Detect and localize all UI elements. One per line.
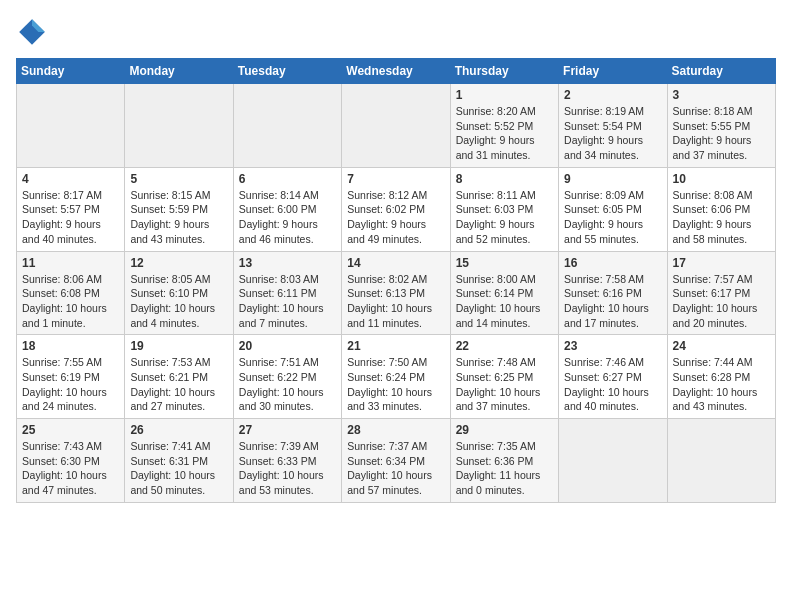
day-info: Sunrise: 8:08 AMSunset: 6:06 PMDaylight:… bbox=[673, 188, 770, 247]
calendar-cell bbox=[667, 419, 775, 503]
day-number: 14 bbox=[347, 256, 444, 270]
calendar-week-2: 4Sunrise: 8:17 AMSunset: 5:57 PMDaylight… bbox=[17, 167, 776, 251]
day-number: 8 bbox=[456, 172, 553, 186]
day-info: Sunrise: 7:58 AMSunset: 6:16 PMDaylight:… bbox=[564, 272, 661, 331]
day-info: Sunrise: 8:06 AMSunset: 6:08 PMDaylight:… bbox=[22, 272, 119, 331]
weekday-header-monday: Monday bbox=[125, 59, 233, 84]
day-number: 20 bbox=[239, 339, 336, 353]
day-number: 22 bbox=[456, 339, 553, 353]
day-info: Sunrise: 7:50 AMSunset: 6:24 PMDaylight:… bbox=[347, 355, 444, 414]
calendar-cell: 22Sunrise: 7:48 AMSunset: 6:25 PMDayligh… bbox=[450, 335, 558, 419]
calendar-cell: 6Sunrise: 8:14 AMSunset: 6:00 PMDaylight… bbox=[233, 167, 341, 251]
day-info: Sunrise: 7:37 AMSunset: 6:34 PMDaylight:… bbox=[347, 439, 444, 498]
weekday-header-sunday: Sunday bbox=[17, 59, 125, 84]
day-number: 19 bbox=[130, 339, 227, 353]
day-number: 5 bbox=[130, 172, 227, 186]
day-number: 29 bbox=[456, 423, 553, 437]
day-info: Sunrise: 7:46 AMSunset: 6:27 PMDaylight:… bbox=[564, 355, 661, 414]
calendar-header: SundayMondayTuesdayWednesdayThursdayFrid… bbox=[17, 59, 776, 84]
day-number: 17 bbox=[673, 256, 770, 270]
calendar-cell: 8Sunrise: 8:11 AMSunset: 6:03 PMDaylight… bbox=[450, 167, 558, 251]
day-info: Sunrise: 8:00 AMSunset: 6:14 PMDaylight:… bbox=[456, 272, 553, 331]
calendar-cell: 10Sunrise: 8:08 AMSunset: 6:06 PMDayligh… bbox=[667, 167, 775, 251]
day-number: 24 bbox=[673, 339, 770, 353]
weekday-header-wednesday: Wednesday bbox=[342, 59, 450, 84]
day-info: Sunrise: 8:20 AMSunset: 5:52 PMDaylight:… bbox=[456, 104, 553, 163]
day-number: 21 bbox=[347, 339, 444, 353]
calendar-cell: 23Sunrise: 7:46 AMSunset: 6:27 PMDayligh… bbox=[559, 335, 667, 419]
day-number: 28 bbox=[347, 423, 444, 437]
calendar-cell: 19Sunrise: 7:53 AMSunset: 6:21 PMDayligh… bbox=[125, 335, 233, 419]
calendar-cell bbox=[17, 84, 125, 168]
page-header bbox=[16, 16, 776, 48]
day-info: Sunrise: 8:19 AMSunset: 5:54 PMDaylight:… bbox=[564, 104, 661, 163]
calendar-cell: 24Sunrise: 7:44 AMSunset: 6:28 PMDayligh… bbox=[667, 335, 775, 419]
day-number: 2 bbox=[564, 88, 661, 102]
day-number: 10 bbox=[673, 172, 770, 186]
day-number: 1 bbox=[456, 88, 553, 102]
calendar-cell: 9Sunrise: 8:09 AMSunset: 6:05 PMDaylight… bbox=[559, 167, 667, 251]
calendar-cell: 28Sunrise: 7:37 AMSunset: 6:34 PMDayligh… bbox=[342, 419, 450, 503]
calendar-cell: 18Sunrise: 7:55 AMSunset: 6:19 PMDayligh… bbox=[17, 335, 125, 419]
weekday-header-row: SundayMondayTuesdayWednesdayThursdayFrid… bbox=[17, 59, 776, 84]
day-info: Sunrise: 7:51 AMSunset: 6:22 PMDaylight:… bbox=[239, 355, 336, 414]
day-info: Sunrise: 7:43 AMSunset: 6:30 PMDaylight:… bbox=[22, 439, 119, 498]
day-number: 11 bbox=[22, 256, 119, 270]
logo bbox=[16, 16, 52, 48]
weekday-header-friday: Friday bbox=[559, 59, 667, 84]
day-info: Sunrise: 7:39 AMSunset: 6:33 PMDaylight:… bbox=[239, 439, 336, 498]
day-info: Sunrise: 8:09 AMSunset: 6:05 PMDaylight:… bbox=[564, 188, 661, 247]
calendar-cell: 5Sunrise: 8:15 AMSunset: 5:59 PMDaylight… bbox=[125, 167, 233, 251]
calendar-cell: 25Sunrise: 7:43 AMSunset: 6:30 PMDayligh… bbox=[17, 419, 125, 503]
weekday-header-thursday: Thursday bbox=[450, 59, 558, 84]
day-info: Sunrise: 8:02 AMSunset: 6:13 PMDaylight:… bbox=[347, 272, 444, 331]
calendar-cell: 14Sunrise: 8:02 AMSunset: 6:13 PMDayligh… bbox=[342, 251, 450, 335]
calendar-cell: 4Sunrise: 8:17 AMSunset: 5:57 PMDaylight… bbox=[17, 167, 125, 251]
day-number: 4 bbox=[22, 172, 119, 186]
calendar-week-5: 25Sunrise: 7:43 AMSunset: 6:30 PMDayligh… bbox=[17, 419, 776, 503]
calendar-cell bbox=[233, 84, 341, 168]
calendar-cell: 13Sunrise: 8:03 AMSunset: 6:11 PMDayligh… bbox=[233, 251, 341, 335]
calendar-cell: 21Sunrise: 7:50 AMSunset: 6:24 PMDayligh… bbox=[342, 335, 450, 419]
calendar-cell: 7Sunrise: 8:12 AMSunset: 6:02 PMDaylight… bbox=[342, 167, 450, 251]
day-number: 6 bbox=[239, 172, 336, 186]
day-info: Sunrise: 8:18 AMSunset: 5:55 PMDaylight:… bbox=[673, 104, 770, 163]
calendar-cell: 29Sunrise: 7:35 AMSunset: 6:36 PMDayligh… bbox=[450, 419, 558, 503]
calendar-cell: 20Sunrise: 7:51 AMSunset: 6:22 PMDayligh… bbox=[233, 335, 341, 419]
day-info: Sunrise: 8:05 AMSunset: 6:10 PMDaylight:… bbox=[130, 272, 227, 331]
calendar-cell: 12Sunrise: 8:05 AMSunset: 6:10 PMDayligh… bbox=[125, 251, 233, 335]
day-info: Sunrise: 7:53 AMSunset: 6:21 PMDaylight:… bbox=[130, 355, 227, 414]
day-number: 27 bbox=[239, 423, 336, 437]
calendar-cell: 11Sunrise: 8:06 AMSunset: 6:08 PMDayligh… bbox=[17, 251, 125, 335]
calendar-cell: 3Sunrise: 8:18 AMSunset: 5:55 PMDaylight… bbox=[667, 84, 775, 168]
day-number: 15 bbox=[456, 256, 553, 270]
day-number: 13 bbox=[239, 256, 336, 270]
calendar-week-4: 18Sunrise: 7:55 AMSunset: 6:19 PMDayligh… bbox=[17, 335, 776, 419]
day-number: 3 bbox=[673, 88, 770, 102]
day-info: Sunrise: 7:41 AMSunset: 6:31 PMDaylight:… bbox=[130, 439, 227, 498]
day-info: Sunrise: 7:57 AMSunset: 6:17 PMDaylight:… bbox=[673, 272, 770, 331]
day-info: Sunrise: 8:11 AMSunset: 6:03 PMDaylight:… bbox=[456, 188, 553, 247]
calendar-cell: 16Sunrise: 7:58 AMSunset: 6:16 PMDayligh… bbox=[559, 251, 667, 335]
calendar-cell: 2Sunrise: 8:19 AMSunset: 5:54 PMDaylight… bbox=[559, 84, 667, 168]
calendar-body: 1Sunrise: 8:20 AMSunset: 5:52 PMDaylight… bbox=[17, 84, 776, 503]
weekday-header-saturday: Saturday bbox=[667, 59, 775, 84]
calendar-cell bbox=[559, 419, 667, 503]
day-info: Sunrise: 8:03 AMSunset: 6:11 PMDaylight:… bbox=[239, 272, 336, 331]
calendar-cell bbox=[342, 84, 450, 168]
calendar-table: SundayMondayTuesdayWednesdayThursdayFrid… bbox=[16, 58, 776, 503]
day-info: Sunrise: 7:44 AMSunset: 6:28 PMDaylight:… bbox=[673, 355, 770, 414]
calendar-week-1: 1Sunrise: 8:20 AMSunset: 5:52 PMDaylight… bbox=[17, 84, 776, 168]
day-number: 16 bbox=[564, 256, 661, 270]
day-number: 12 bbox=[130, 256, 227, 270]
day-number: 7 bbox=[347, 172, 444, 186]
day-info: Sunrise: 7:55 AMSunset: 6:19 PMDaylight:… bbox=[22, 355, 119, 414]
day-info: Sunrise: 8:12 AMSunset: 6:02 PMDaylight:… bbox=[347, 188, 444, 247]
calendar-week-3: 11Sunrise: 8:06 AMSunset: 6:08 PMDayligh… bbox=[17, 251, 776, 335]
calendar-cell: 26Sunrise: 7:41 AMSunset: 6:31 PMDayligh… bbox=[125, 419, 233, 503]
day-number: 26 bbox=[130, 423, 227, 437]
weekday-header-tuesday: Tuesday bbox=[233, 59, 341, 84]
day-info: Sunrise: 7:48 AMSunset: 6:25 PMDaylight:… bbox=[456, 355, 553, 414]
day-info: Sunrise: 7:35 AMSunset: 6:36 PMDaylight:… bbox=[456, 439, 553, 498]
calendar-cell: 1Sunrise: 8:20 AMSunset: 5:52 PMDaylight… bbox=[450, 84, 558, 168]
